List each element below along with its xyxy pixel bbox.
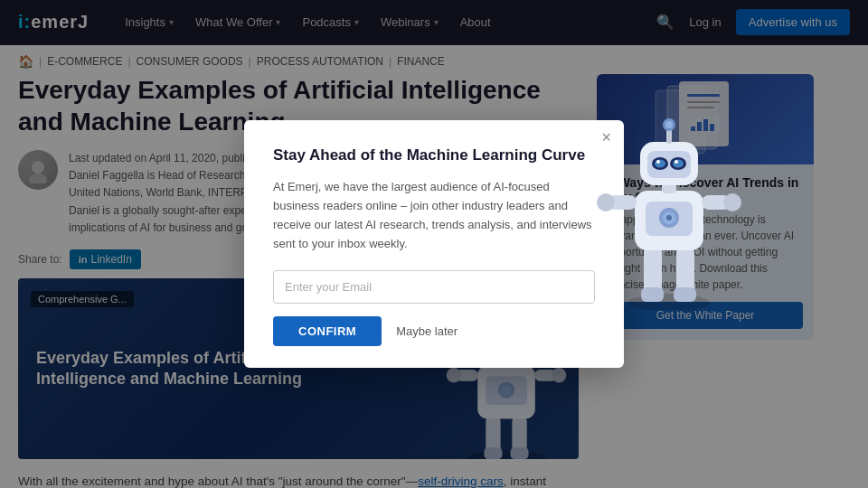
svg-rect-51	[662, 178, 676, 193]
svg-point-56	[655, 160, 665, 168]
svg-rect-47	[608, 195, 637, 210]
svg-rect-42	[635, 191, 703, 250]
svg-point-44	[659, 208, 679, 228]
confirm-button[interactable]: CONFIRM	[273, 316, 382, 346]
svg-rect-40	[641, 287, 664, 302]
svg-rect-60	[666, 127, 672, 144]
svg-point-57	[673, 160, 684, 168]
svg-point-62	[665, 121, 673, 128]
svg-point-49	[597, 193, 615, 211]
svg-rect-53	[647, 151, 691, 178]
svg-point-55	[670, 157, 686, 170]
modal: × Stay Ahead of the Machine Learning Cur…	[244, 120, 624, 367]
svg-point-37	[628, 294, 710, 310]
email-input[interactable]	[273, 270, 595, 304]
modal-body-text: At Emerj, we have the largest audience o…	[273, 178, 595, 253]
modal-close-button[interactable]: ×	[601, 129, 611, 145]
svg-point-54	[652, 157, 668, 170]
svg-point-45	[663, 211, 675, 224]
svg-rect-38	[644, 245, 662, 297]
maybe-later-button[interactable]: Maybe later	[396, 324, 458, 338]
svg-rect-52	[640, 142, 698, 185]
svg-point-50	[723, 193, 741, 211]
svg-rect-48	[702, 195, 731, 210]
modal-buttons: CONFIRM Maybe later	[273, 316, 595, 346]
svg-rect-43	[646, 202, 693, 236]
modal-overlay[interactable]: × Stay Ahead of the Machine Learning Cur…	[0, 0, 868, 488]
svg-rect-41	[674, 287, 696, 302]
svg-rect-39	[676, 245, 694, 297]
svg-point-59	[675, 160, 678, 164]
svg-point-61	[663, 118, 675, 131]
modal-robot-illustration	[597, 111, 741, 292]
svg-point-58	[656, 160, 660, 164]
modal-title: Stay Ahead of the Machine Learning Curve	[273, 145, 595, 165]
svg-point-46	[666, 215, 672, 221]
